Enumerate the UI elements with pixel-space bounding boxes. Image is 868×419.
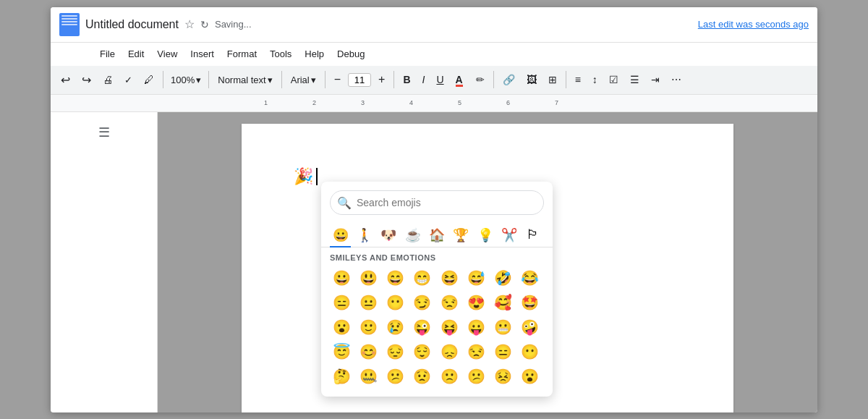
emoji-cell[interactable]: 😕 (384, 365, 407, 388)
link-button[interactable]: 🔗 (498, 71, 519, 88)
redo-button[interactable]: ↪ (77, 70, 95, 90)
emoji-cell[interactable]: 😝 (438, 316, 461, 339)
menu-file[interactable]: File (94, 46, 121, 62)
italic-button[interactable]: I (418, 71, 430, 88)
emoji-cell[interactable]: 🤣 (492, 266, 515, 289)
menu-insert[interactable]: Insert (184, 46, 220, 62)
style-value: Normal text (218, 75, 265, 85)
emoji-cell[interactable]: 😏 (411, 291, 434, 314)
checklist-button[interactable]: ☑ (605, 71, 623, 88)
emoji-cell[interactable]: 😟 (411, 365, 434, 388)
cat-animals[interactable]: 🐶 (378, 224, 399, 247)
emoji-cell[interactable]: 😶 (384, 291, 407, 314)
doc-page[interactable]: 🎉 🔍 😀 🚶 🐶 (158, 112, 817, 412)
cat-travel[interactable]: 🏠 (426, 224, 447, 247)
spellcheck-button[interactable]: ✓ (120, 72, 137, 88)
emoji-cell[interactable]: 😶 (519, 340, 542, 363)
menu-edit[interactable]: Edit (122, 46, 150, 62)
emoji-search-input[interactable] (330, 190, 544, 215)
emoji-cell[interactable]: 😔 (384, 340, 407, 363)
menu-debug[interactable]: Debug (331, 46, 370, 62)
title-bar: Untitled document ☆ ↻ Saving... Last edi… (51, 7, 817, 43)
emoji-cell[interactable]: 😅 (464, 266, 488, 289)
print-button[interactable]: 🖨 (98, 71, 117, 88)
emoji-cell[interactable]: 😀 (330, 266, 353, 289)
undo-button[interactable]: ↩ (56, 70, 75, 90)
font-size-input[interactable] (348, 73, 371, 87)
emoji-cell[interactable]: 😮 (330, 316, 353, 339)
emoji-cell[interactable]: 🤪 (519, 316, 542, 339)
cat-objects[interactable]: 💡 (475, 224, 495, 247)
emoji-cell[interactable]: 😍 (464, 291, 488, 314)
menu-view[interactable]: View (151, 46, 183, 62)
menu-bar: File Edit View Insert Format Tools Help … (51, 43, 817, 66)
search-icon: 🔍 (337, 195, 352, 209)
underline-button[interactable]: U (432, 71, 448, 88)
paint-format-button[interactable]: 🖊 (140, 71, 158, 88)
emoji-cell[interactable]: 🙂 (357, 316, 380, 339)
last-edit-text[interactable]: Last edit was seconds ago (698, 19, 809, 30)
emoji-cell[interactable]: 😄 (384, 266, 407, 289)
emoji-cell[interactable]: 😬 (492, 316, 515, 339)
toolbar: ↩ ↪ 🖨 ✓ 🖊 100% ▾ Normal text ▾ Arial ▾ −… (51, 66, 817, 95)
document-title[interactable]: Untitled document (85, 18, 179, 31)
cat-activities[interactable]: 🏆 (451, 224, 472, 247)
text-color-button[interactable]: A (451, 71, 469, 88)
emoji-cell[interactable]: 🙁 (438, 365, 461, 388)
font-select[interactable]: Arial ▾ (286, 72, 320, 88)
font-arrow: ▾ (311, 75, 316, 85)
section-label: SMILEYS AND EMOTIONS (330, 253, 544, 262)
emoji-cell[interactable]: 😆 (438, 266, 461, 289)
font-size-increase[interactable]: + (374, 70, 389, 89)
emoji-cell[interactable]: 🥰 (492, 291, 515, 314)
image-button[interactable]: 🖼 (522, 71, 541, 88)
style-select[interactable]: Normal text ▾ (213, 72, 276, 88)
emoji-cell[interactable]: 😜 (411, 316, 434, 339)
line-spacing-button[interactable]: ↕ (588, 71, 602, 88)
emoji-cell[interactable]: 😒 (438, 291, 461, 314)
table-button[interactable]: ⊞ (544, 71, 561, 88)
emoji-cell[interactable]: 🤔 (330, 365, 353, 388)
cat-flags[interactable]: 🏳 (523, 224, 544, 247)
emoji-cell[interactable]: 😢 (384, 316, 407, 339)
doc-outline-icon[interactable]: ☰ (95, 124, 113, 141)
highlight-button[interactable]: ✏ (472, 71, 489, 88)
emoji-cell[interactable]: 😕 (464, 365, 488, 388)
more-button[interactable]: ⋯ (667, 71, 686, 88)
cat-smileys[interactable]: 😀 (330, 224, 351, 247)
emoji-cell[interactable]: 😐 (357, 291, 380, 314)
emoji-cell[interactable]: 😁 (411, 266, 434, 289)
align-button[interactable]: ≡ (571, 71, 585, 88)
saving-text: Saving... (215, 19, 252, 30)
emoji-cell[interactable]: 🤩 (519, 291, 542, 314)
style-arrow: ▾ (268, 75, 273, 85)
emoji-cell[interactable]: 😒 (464, 340, 488, 363)
emoji-cell[interactable]: 😌 (411, 340, 434, 363)
emoji-cell[interactable]: 😣 (492, 365, 515, 388)
font-size-decrease[interactable]: − (330, 70, 345, 89)
emoji-scrollable[interactable]: SMILEYS AND EMOTIONS 😀 😃 😄 😁 😆 😅 🤣 😂 (321, 247, 553, 397)
emoji-cell[interactable]: 😃 (357, 266, 380, 289)
indent-button[interactable]: ⇥ (647, 71, 664, 88)
emoji-cell[interactable]: 😂 (519, 266, 542, 289)
zoom-select[interactable]: 100% ▾ (168, 73, 204, 87)
emoji-cell[interactable]: 😮 (519, 365, 542, 388)
emoji-cell[interactable]: 😛 (464, 316, 488, 339)
menu-format[interactable]: Format (221, 46, 263, 62)
emoji-cell[interactable]: 😇 (330, 340, 353, 363)
star-icon[interactable]: ☆ (184, 17, 195, 31)
cat-people[interactable]: 🚶 (354, 224, 375, 247)
emoji-cell[interactable]: 😑 (330, 291, 353, 314)
cat-food[interactable]: ☕ (402, 224, 423, 247)
page-content[interactable]: 🎉 🔍 😀 🚶 🐶 (242, 124, 733, 412)
emoji-cell[interactable]: 🤐 (357, 365, 380, 388)
emoji-cell[interactable]: 😑 (492, 340, 515, 363)
cat-symbols[interactable]: ✂️ (498, 224, 519, 247)
list-button[interactable]: ☰ (626, 71, 644, 88)
ruler: 1 2 3 4 5 6 7 (51, 95, 817, 112)
menu-help[interactable]: Help (299, 46, 330, 62)
emoji-cell[interactable]: 😊 (357, 340, 380, 363)
bold-button[interactable]: B (399, 71, 414, 88)
emoji-cell[interactable]: 😞 (438, 340, 461, 363)
menu-tools[interactable]: Tools (264, 46, 297, 62)
